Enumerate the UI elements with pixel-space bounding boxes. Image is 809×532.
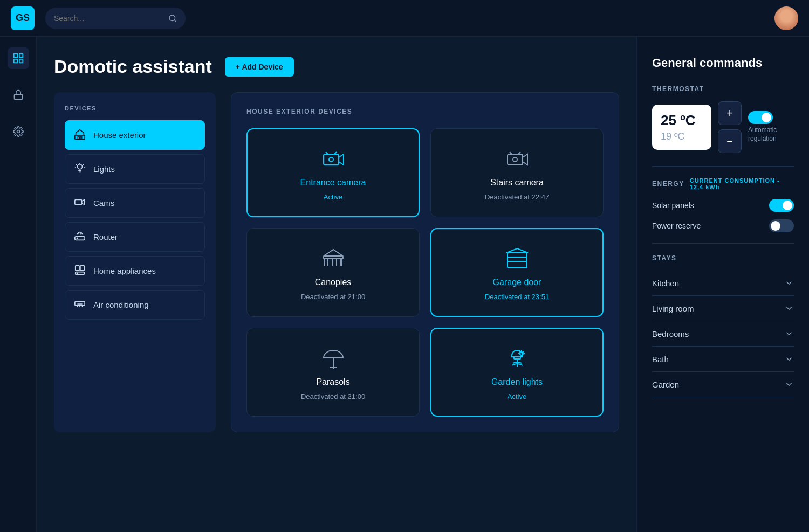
search-input[interactable] (54, 14, 164, 23)
cams-icon (74, 196, 86, 210)
right-panel: General commands THERMOSTAT 25 ºC 19 ºC … (636, 37, 809, 532)
topbar: GS (0, 0, 809, 37)
chevron-down-icon (784, 329, 794, 338)
devices-sidebar: DEVICES House exterior (54, 92, 216, 432)
stay-item-bath[interactable]: Bath (652, 347, 794, 372)
svg-point-7 (17, 130, 19, 133)
sidebar-icon-settings[interactable] (8, 121, 29, 142)
card-parasols[interactable]: Parasols Deactivated at 21:00 (246, 328, 420, 417)
divider-2 (652, 243, 794, 244)
search-bar (45, 8, 186, 29)
content-area: Domotic assistant + Add Device DEVICES (37, 37, 636, 532)
card-status: Active (508, 392, 526, 400)
chevron-down-icon (784, 278, 794, 288)
garage-door-icon (504, 246, 530, 272)
stay-item-living-room[interactable]: Living room (652, 296, 794, 321)
card-status: Deactivated at 21:00 (301, 293, 365, 301)
svg-rect-6 (14, 94, 22, 99)
energy-section: ENERGY CURRENT CONSUMPTION - 12,4 kWh So… (652, 177, 794, 232)
sidebar-item-lights[interactable]: Lights (65, 154, 205, 184)
stays-section: STAYS Kitchen Living room Bedrooms (652, 254, 794, 397)
chevron-down-icon (784, 379, 794, 389)
stay-label-bedrooms: Bedrooms (652, 329, 689, 338)
svg-point-14 (77, 238, 78, 239)
svg-rect-2 (13, 54, 17, 57)
lights-icon (74, 162, 86, 176)
page-title: Domotic assistant (54, 56, 212, 77)
thermo-minus-button[interactable]: − (718, 129, 742, 153)
card-canopies[interactable]: Canopies Deactivated at 21:00 (246, 228, 420, 317)
svg-point-30 (520, 352, 523, 355)
main-layout: Domotic assistant + Add Device DEVICES (0, 37, 809, 532)
svg-rect-22 (508, 154, 523, 165)
svg-point-21 (329, 157, 333, 162)
thermo-sub-temp: 19 ºC (661, 131, 703, 142)
stay-item-bedrooms[interactable]: Bedrooms (652, 321, 794, 347)
stay-label-living-room: Living room (652, 304, 694, 313)
sidebar-item-house-exterior[interactable]: House exterior (65, 120, 205, 150)
card-stairs-camera[interactable]: Stairs camera Deactivated at 22:47 (430, 128, 604, 217)
auto-regulation-toggle[interactable] (748, 111, 773, 124)
sidebar-item-label: Cams (93, 198, 114, 208)
svg-point-18 (77, 273, 78, 274)
page-header: Domotic assistant + Add Device (54, 56, 619, 77)
sidebar-item-air-conditioning[interactable]: Air conditioning (65, 290, 205, 320)
stairs-camera-icon (504, 147, 530, 172)
sidebar-item-label: Lights (93, 164, 115, 174)
svg-line-1 (174, 20, 176, 22)
sidebar-item-label: Air conditioning (93, 300, 149, 309)
thermostat-label: THERMOSTAT (652, 85, 794, 93)
topbar-right (774, 6, 798, 30)
energy-row-solar: Solar panels (652, 199, 794, 212)
solar-panels-label: Solar panels (652, 201, 694, 210)
sidebar-icon-lock[interactable] (8, 84, 29, 106)
thermo-plus-button[interactable]: + (718, 101, 742, 125)
sidebar-item-cams[interactable]: Cams (65, 188, 205, 218)
card-status: Active (324, 193, 342, 201)
svg-rect-5 (19, 59, 22, 63)
svg-rect-24 (324, 256, 343, 259)
card-name: Entrance camera (300, 178, 366, 188)
solar-panels-toggle[interactable] (769, 199, 794, 212)
stay-item-garden[interactable]: Garden (652, 372, 794, 397)
thermo-main-temp: 25 ºC (661, 112, 703, 129)
svg-rect-13 (75, 237, 85, 240)
stay-label-kitchen: Kitchen (652, 279, 679, 288)
card-entrance-camera[interactable]: Entrance camera Active (246, 128, 420, 217)
card-name: Garage door (493, 278, 541, 287)
thermostat-section: THERMOSTAT 25 ºC 19 ºC + − Automaticregu… (652, 85, 794, 153)
svg-rect-4 (13, 59, 17, 63)
svg-rect-12 (75, 199, 82, 204)
card-status: Deactivated at 21:00 (301, 392, 365, 400)
icon-sidebar (0, 37, 37, 532)
svg-point-11 (77, 164, 82, 169)
energy-label: ENERGY (652, 180, 684, 188)
svg-rect-8 (75, 135, 85, 139)
stay-label-bath: Bath (652, 355, 669, 364)
card-name: Stairs camera (490, 178, 544, 188)
sidebar-icon-grid[interactable] (8, 47, 29, 69)
card-garage-door[interactable]: Garage door Deactivated at 23:51 (430, 228, 604, 317)
svg-point-0 (169, 15, 175, 21)
energy-header: ENERGY CURRENT CONSUMPTION - 12,4 kWh (652, 177, 794, 190)
card-name: Parasols (316, 377, 349, 387)
parasols-icon (320, 346, 346, 372)
svg-point-23 (513, 157, 517, 162)
add-device-button[interactable]: + Add Device (225, 57, 294, 77)
card-garden-lights[interactable]: Garden lights Active (430, 328, 604, 417)
svg-rect-15 (76, 266, 79, 271)
avatar (774, 6, 798, 30)
svg-rect-20 (324, 154, 339, 165)
card-name: Canopies (315, 278, 352, 287)
energy-row-power-reserve: Power reserve (652, 219, 794, 232)
router-icon (74, 230, 86, 244)
stay-item-kitchen[interactable]: Kitchen (652, 271, 794, 296)
power-reserve-toggle[interactable] (769, 219, 794, 232)
sidebar-item-home-appliances[interactable]: Home appliances (65, 256, 205, 286)
sidebar-item-label: Home appliances (93, 266, 156, 275)
sidebar-item-router[interactable]: Router (65, 222, 205, 252)
divider-1 (652, 166, 794, 167)
panel-title: HOUSE EXTERIOR DEVICES (246, 108, 604, 115)
svg-rect-25 (508, 253, 527, 268)
stay-label-garden: Garden (652, 380, 679, 389)
